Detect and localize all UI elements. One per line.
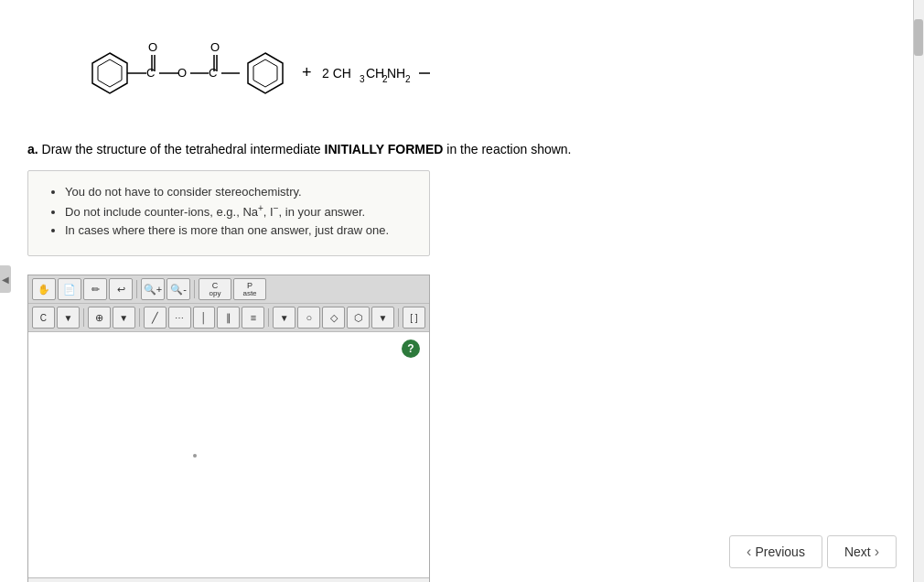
svg-text:3: 3 <box>360 74 365 84</box>
help-button[interactable]: ? <box>402 340 420 358</box>
previous-button[interactable]: ‹ Previous <box>729 535 822 568</box>
hint-list: You do not have to consider stereochemis… <box>47 185 411 237</box>
zoom-in-btn[interactable]: 🔍+ <box>141 278 165 300</box>
drawing-canvas[interactable]: ? <box>28 332 429 577</box>
next-label: Next <box>844 544 871 559</box>
previous-label: Previous <box>755 544 804 559</box>
paste-sublabel: aste <box>242 290 256 297</box>
zoom-out-btn[interactable]: 🔍- <box>167 278 190 300</box>
ring-dropdown-btn[interactable]: ▼ <box>371 307 394 329</box>
erase-btn[interactable]: ✏ <box>83 278 107 300</box>
svg-text:2: 2 <box>405 74 411 84</box>
svg-text:2  CH: 2 CH <box>322 66 351 81</box>
scrollbar-track <box>913 0 924 582</box>
next-button[interactable]: Next › <box>827 535 897 568</box>
hint-box: You do not have to consider stereochemis… <box>27 170 430 256</box>
equation-svg: C O O C O + 2 CH 3 CH <box>82 27 430 119</box>
ring2-btn[interactable]: ◇ <box>322 307 345 329</box>
double-bond-btn[interactable]: ∥ <box>217 307 240 329</box>
svg-text:O: O <box>177 66 187 80</box>
new-btn[interactable]: 📄 <box>58 278 81 300</box>
atom-dropdown-btn[interactable]: ▼ <box>57 307 80 329</box>
toolbar-row1: ✋ 📄 ✏ ↩ 🔍+ 🔍- C opy P aste <box>28 275 429 304</box>
atom-c-btn[interactable]: C <box>32 307 55 329</box>
hand-tool-btn[interactable]: ✋ <box>32 278 56 300</box>
separator4 <box>139 308 140 327</box>
separator5 <box>268 308 269 327</box>
left-panel-toggle[interactable]: ◀ <box>0 265 11 293</box>
chemdoodle-footer: ChemDoodle® <box>28 577 429 582</box>
single-bond-btn[interactable]: ╱ <box>144 307 167 329</box>
separator1 <box>136 280 137 298</box>
svg-text:O: O <box>148 40 157 54</box>
previous-chevron-icon: ‹ <box>747 544 751 560</box>
scrollbar-thumb[interactable] <box>914 19 923 56</box>
separator2 <box>194 280 195 298</box>
hint-item-2: Do not include counter-ions, e.g., Na+, … <box>65 203 411 219</box>
svg-text:C: C <box>209 66 217 80</box>
toolbar-row2: C ▼ ⊕ ▼ ╱ ⋯ │ ∥ ≡ ▼ ○ ◇ ⬡ ▼ [ ] <box>28 304 429 332</box>
copy-sublabel: opy <box>210 290 221 297</box>
separator6 <box>398 308 399 327</box>
hint-item-1: You do not have to consider stereochemis… <box>65 185 411 199</box>
ring-btn[interactable]: ○ <box>297 307 320 329</box>
separator3 <box>83 308 84 327</box>
dashed-bond-btn[interactable]: ⋯ <box>168 307 191 329</box>
question-text: a. Draw the structure of the tetrahedral… <box>27 142 897 156</box>
undo-btn[interactable]: ↩ <box>109 278 133 300</box>
plus-btn[interactable]: ⊕ <box>88 307 111 329</box>
svg-text:+: + <box>302 63 312 81</box>
triple-bond-btn[interactable]: ≡ <box>242 307 264 329</box>
hint-item-3: In cases where there is more than one an… <box>65 223 411 237</box>
bold-bond-btn[interactable]: │ <box>193 307 216 329</box>
paste-btn[interactable]: P aste <box>233 278 266 300</box>
svg-text:NH: NH <box>387 66 405 81</box>
plus-dropdown-btn[interactable]: ▼ <box>113 307 135 329</box>
canvas-dot <box>193 454 197 458</box>
chemdoodle-widget: ✋ 📄 ✏ ↩ 🔍+ 🔍- C opy P aste C ▼ ⊕ ▼ <box>27 275 430 582</box>
chemical-equation: C O O C O + 2 CH 3 CH <box>82 27 897 119</box>
bracket-btn[interactable]: [ ] <box>403 307 425 329</box>
shape-dropdown-btn[interactable]: ▼ <box>273 307 295 329</box>
ring3-btn[interactable]: ⬡ <box>347 307 370 329</box>
svg-text:C: C <box>146 66 155 80</box>
next-chevron-icon: › <box>875 544 879 560</box>
copy-btn[interactable]: C opy <box>199 278 231 300</box>
navigation-buttons: ‹ Previous Next › <box>729 535 897 568</box>
svg-marker-1 <box>98 59 122 87</box>
svg-marker-16 <box>253 59 277 87</box>
left-arrow-icon: ◀ <box>2 275 9 285</box>
svg-text:O: O <box>210 40 220 54</box>
